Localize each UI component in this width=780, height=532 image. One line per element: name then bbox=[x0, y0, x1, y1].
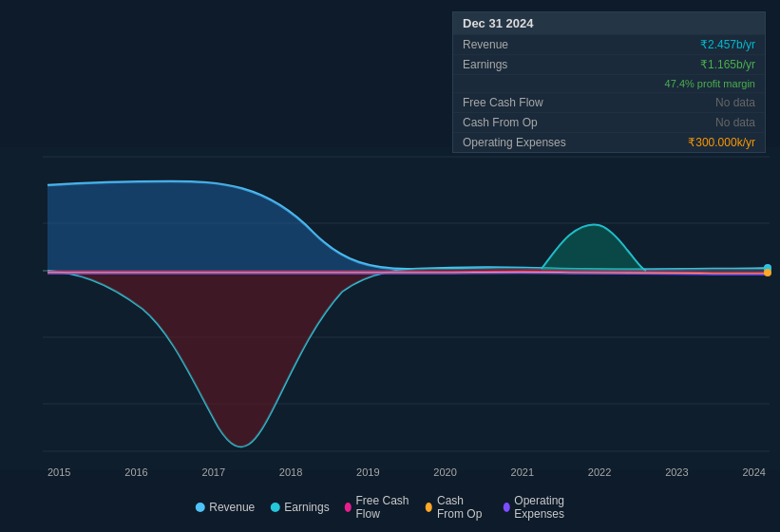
opex-value: ₹300.000k/yr bbox=[688, 136, 755, 149]
tooltip-profit-margin-row: 47.4% profit margin bbox=[453, 74, 765, 92]
svg-point-11 bbox=[764, 269, 771, 276]
earnings-label: Earnings bbox=[463, 58, 507, 71]
x-label-2018: 2018 bbox=[279, 466, 302, 478]
opex-label: Operating Expenses bbox=[463, 136, 566, 149]
tooltip-earnings-row: Earnings ₹1.165b/yr bbox=[453, 54, 765, 74]
tooltip-opex-row: Operating Expenses ₹300.000k/yr bbox=[453, 132, 765, 152]
x-label-2019: 2019 bbox=[356, 466, 379, 478]
legend-item-opex[interactable]: Operating Expenses bbox=[503, 494, 584, 521]
tooltip-fcf-row: Free Cash Flow No data bbox=[453, 92, 765, 112]
tooltip-date: Dec 31 2024 bbox=[453, 12, 765, 34]
legend-item-fcf[interactable]: Free Cash Flow bbox=[345, 494, 411, 521]
legend-dot-cashop bbox=[426, 503, 432, 512]
legend-dot-earnings bbox=[270, 503, 279, 512]
cashop-value: No data bbox=[715, 116, 755, 129]
legend-dot-revenue bbox=[195, 503, 204, 512]
legend-dot-fcf bbox=[345, 503, 352, 512]
revenue-value: ₹2.457b/yr bbox=[700, 38, 755, 51]
legend-label-opex: Operating Expenses bbox=[514, 494, 584, 521]
earnings-value: ₹1.165b/yr bbox=[700, 58, 755, 71]
x-label-2017: 2017 bbox=[202, 466, 225, 478]
x-label-2020: 2020 bbox=[433, 466, 456, 478]
legend-dot-opex bbox=[503, 503, 509, 512]
x-label-2015: 2015 bbox=[48, 466, 70, 478]
cashop-label: Cash From Op bbox=[463, 116, 538, 129]
chart-legend: Revenue Earnings Free Cash Flow Cash Fro… bbox=[195, 494, 585, 521]
x-label-2022: 2022 bbox=[588, 466, 611, 478]
legend-label-revenue: Revenue bbox=[209, 501, 255, 514]
x-axis: 2015 2016 2017 2018 2019 2020 2021 2022 … bbox=[48, 466, 766, 478]
legend-label-fcf: Free Cash Flow bbox=[355, 494, 410, 521]
main-chart bbox=[0, 147, 780, 470]
x-label-2016: 2016 bbox=[124, 466, 147, 478]
x-label-2021: 2021 bbox=[511, 466, 534, 478]
x-label-2023: 2023 bbox=[665, 466, 688, 478]
tooltip-revenue-row: Revenue ₹2.457b/yr bbox=[453, 34, 765, 54]
tooltip-panel: Dec 31 2024 Revenue ₹2.457b/yr Earnings … bbox=[452, 11, 766, 153]
fcf-value: No data bbox=[715, 96, 755, 109]
fcf-label: Free Cash Flow bbox=[463, 96, 543, 109]
revenue-label: Revenue bbox=[463, 38, 508, 51]
legend-label-earnings: Earnings bbox=[284, 501, 329, 514]
x-label-2024: 2024 bbox=[742, 466, 765, 478]
legend-item-earnings[interactable]: Earnings bbox=[270, 501, 329, 514]
profit-margin-value: 47.4% profit margin bbox=[665, 78, 755, 89]
legend-item-revenue[interactable]: Revenue bbox=[195, 501, 255, 514]
tooltip-cashop-row: Cash From Op No data bbox=[453, 112, 765, 132]
legend-item-cashop[interactable]: Cash From Op bbox=[426, 494, 487, 521]
legend-label-cashop: Cash From Op bbox=[437, 494, 488, 521]
